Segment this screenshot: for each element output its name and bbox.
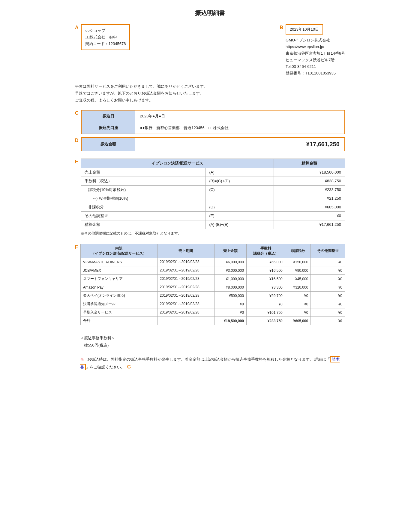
company-registration: 登録番号：T1011001053935 xyxy=(286,70,345,77)
table-d: 振込金額 ¥17,661,250 xyxy=(81,137,345,151)
section-e-wrapper: E イプシロン決済/配送サービス 精算金額 売上金額 (A) ¥18,500,0… xyxy=(75,159,345,242)
table-c: 振込日 2023年●月●日 振込先口座 ●●銀行 新都心営業部 普通123456… xyxy=(81,110,345,134)
furikomi-date-value: 2023年●月●日 xyxy=(135,110,345,122)
row-label: 楽天ペイ(オンライン決済) xyxy=(80,292,157,300)
table-row: 振込先口座 ●●銀行 新都心営業部 普通123456 □□株式会社 xyxy=(81,122,345,134)
row-formula: (C) xyxy=(206,185,274,194)
row-label: 合計 xyxy=(80,317,157,325)
table-row: 決済承認通知メール 2019/02/01～2019/02/28 ¥0 ¥0 ¥0… xyxy=(80,300,345,308)
row-label: └うち消費税額(10%) xyxy=(81,194,206,203)
label-b: B xyxy=(280,25,284,30)
row-label: 早期入金サービス xyxy=(80,308,157,317)
row-label: 非課税分 xyxy=(81,203,206,211)
row-sales: ¥1,000,000 xyxy=(214,275,246,283)
company-tel: Tel.03-3464-6211 xyxy=(286,63,345,70)
row-taxed: ¥66,000 xyxy=(246,258,285,266)
label-f: F xyxy=(75,244,78,250)
company-building: ヒューマックス渋谷ビル7階 xyxy=(286,57,345,63)
company-info: GMOイプシロン株式会社 https://www.epsilon.jp/ 東京都… xyxy=(286,37,345,77)
page-title: 振込明細書 xyxy=(75,9,345,17)
section-c-wrapper: C 振込日 2023年●月●日 振込先口座 ●●銀行 新都心営業部 普通1234… xyxy=(75,110,345,135)
row-other: ¥0 xyxy=(311,292,345,300)
row-period: 2019/02/01～2019/02/28 xyxy=(157,275,214,283)
row-sales: ¥0 xyxy=(214,308,246,317)
row-taxed: ¥3,300 xyxy=(246,283,285,292)
row-label: スマートフォンキャリア xyxy=(80,275,157,283)
company-address: 東京都渋谷区道玄坂1丁目14番6号 xyxy=(286,50,345,57)
greeting-line3: ご査収の程、よろしくお願い申しあげます。 xyxy=(75,97,345,104)
greeting-line2: 早速ではございますが、以下のとおりお振込金額をお知らせいたします。 xyxy=(75,90,345,97)
link-label: 詳細は「 xyxy=(314,357,330,362)
label-e: E xyxy=(75,159,78,165)
table-row: 課税分(10%対象税込) (C) ¥233,750 xyxy=(81,185,345,194)
table-header-row: 内訳 （イプシロン決済/配送サービス） 売上期間 売上金額 手数料 課税分（税込… xyxy=(80,244,345,258)
table-row: 精算金額 (A)-(B)+(E) ¥17,661,250 xyxy=(81,220,345,229)
furikomi-date-header: 振込日 xyxy=(81,110,135,122)
greeting: 平素は弊社サービスをご利用いただきまして、誠にありがとうございます。 早速ではご… xyxy=(75,83,345,104)
table-row: 振込金額 ¥17,661,250 xyxy=(81,138,345,151)
col1-header: 内訳 （イプシロン決済/配送サービス） xyxy=(80,244,157,258)
row-formula: (D) xyxy=(206,203,274,211)
label-a: A xyxy=(75,25,79,30)
table-row: JCB/AMEX 2019/02/01～2019/02/28 ¥3,000,00… xyxy=(80,266,345,275)
row-taxed: ¥29,700 xyxy=(246,292,285,300)
row-other: ¥0 xyxy=(311,317,345,325)
row-sales: ¥500,000 xyxy=(214,292,246,300)
row-amount: ¥17,661,250 xyxy=(274,220,345,229)
furikomi-amount-value: ¥17,661,250 xyxy=(135,138,345,151)
link-suffix: 」をご確認ください。 xyxy=(86,365,125,369)
row-nontax: ¥0 xyxy=(285,292,311,300)
row-taxed: ¥101,750 xyxy=(246,308,285,317)
row-amount: ¥21,250 xyxy=(274,194,345,203)
section-b: B 2023年10月10日 GMOイプシロン株式会社 https://www.e… xyxy=(280,24,345,77)
row-nontax: ¥45,000 xyxy=(285,275,311,283)
row-taxed: ¥16,500 xyxy=(246,275,285,283)
row-other: ¥0 xyxy=(311,266,345,275)
row-period xyxy=(157,317,214,325)
row-label: 手数料（税込） xyxy=(81,177,206,185)
row-other: ¥0 xyxy=(311,300,345,308)
footer-heading: ＜振込事務手数料＞ xyxy=(80,335,340,341)
row-nontax: ¥605,000 xyxy=(285,317,311,325)
row-period: 2019/02/01～2019/02/28 xyxy=(157,300,214,308)
settlement-header: 精算金額 xyxy=(274,159,345,168)
row-amount: ¥838,750 xyxy=(274,177,345,185)
row-other: ¥0 xyxy=(311,308,345,317)
table-row: 手数料（税込） (B)=(C)+(D) ¥838,750 xyxy=(81,177,345,185)
row-period: 2019/02/01～2019/02/28 xyxy=(157,292,214,300)
label-g: G xyxy=(127,364,131,369)
company-name: □□株式会社 御中 xyxy=(85,34,126,41)
row-period: 2019/02/01～2019/02/28 xyxy=(157,266,214,275)
table-row: 合計 ¥18,500,000 ¥233,750 ¥605,000 ¥0 xyxy=(80,317,345,325)
row-sales: ¥6,000,000 xyxy=(214,258,246,266)
row-label: JCB/AMEX xyxy=(80,266,157,275)
row-formula: (E) xyxy=(206,211,274,220)
furikomi-amount-header: 振込金額 xyxy=(81,138,135,151)
table-row: Amazon Pay 2019/02/01～2019/02/28 ¥8,000,… xyxy=(80,283,345,292)
row-label: 決済承認通知メール xyxy=(80,300,157,308)
row-formula: (A)-(B)+(E) xyxy=(206,220,274,229)
section-d-wrapper: D 振込金額 ¥17,661,250 xyxy=(75,137,345,151)
row-formula: (A) xyxy=(206,168,274,177)
furikomi-account-header: 振込先口座 xyxy=(81,122,135,134)
row-label: VISA/MASTER/DINERS xyxy=(80,258,157,266)
row-sales: ¥3,000,000 xyxy=(214,266,246,275)
row-label: その他調整※ xyxy=(81,211,206,220)
row-formula xyxy=(206,194,274,203)
table-row: └うち消費税額(10%) ¥21,250 xyxy=(81,194,345,203)
company-name-b: GMOイプシロン株式会社 xyxy=(286,37,345,44)
shop-name: ○○ショップ xyxy=(85,27,126,34)
col6-header: その他調整※ xyxy=(311,244,345,258)
row-period: 2019/02/01～2019/02/28 xyxy=(157,308,214,317)
row-nontax: ¥150,000 xyxy=(285,258,311,266)
contract-code: 契約コード：12345678 xyxy=(85,41,126,47)
row-taxed: ¥233,750 xyxy=(246,317,285,325)
row-period: 2019/02/01～2019/02/28 xyxy=(157,283,214,292)
row-nontax: ¥320,000 xyxy=(285,283,311,292)
company-url: https://www.epsilon.jp/ xyxy=(286,44,345,50)
label-c: C xyxy=(75,111,79,116)
date-box: 2023年10月10日 xyxy=(286,24,323,35)
row-sales: ¥18,500,000 xyxy=(214,317,246,325)
table-e: イプシロン決済/配送サービス 精算金額 売上金額 (A) ¥18,500,000… xyxy=(81,159,345,229)
row-taxed: ¥16,500 xyxy=(246,266,285,275)
